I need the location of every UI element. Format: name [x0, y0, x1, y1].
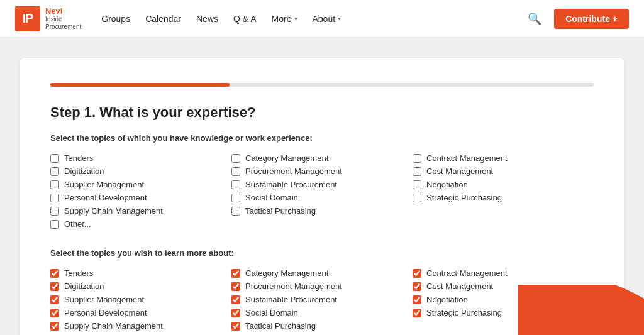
section1-col2: Category Management Procurement Manageme…: [231, 151, 413, 231]
nav-links: Groups Calendar News Q & A More ▾ About …: [101, 14, 525, 24]
list-item[interactable]: Negotiation: [413, 293, 594, 306]
nav-more[interactable]: More ▾: [272, 14, 297, 24]
list-item[interactable]: Personal Development: [50, 191, 231, 204]
list-item[interactable]: Supply Chain Management: [50, 204, 231, 217]
list-item[interactable]: Strategic Purchasing: [413, 191, 594, 204]
list-item[interactable]: Tenders: [50, 266, 231, 280]
section2-checkbox-grid: Tenders Digitization Supplier Management…: [50, 266, 594, 335]
progress-bar-fill: [50, 83, 230, 87]
section2-col3: Contract Management Cost Management Nego…: [413, 266, 594, 335]
list-item[interactable]: Procurement Management: [231, 165, 413, 178]
nav-about[interactable]: About ▾: [313, 14, 341, 24]
list-item[interactable]: Social Domain: [231, 191, 413, 204]
nav-news[interactable]: News: [196, 14, 218, 24]
list-item[interactable]: Tactical Purchasing: [231, 319, 413, 332]
list-item[interactable]: Procurement Management: [231, 280, 413, 293]
section2-col2: Category Management Procurement Manageme…: [231, 266, 413, 335]
section2-label: Select the topics you wish to learn more…: [50, 248, 594, 258]
list-item[interactable]: Digitization: [50, 165, 231, 178]
logo-text: Nevi Inside Procurement: [45, 6, 81, 31]
section1-col1: Tenders Digitization Supplier Management…: [50, 151, 231, 231]
main-content: Step 1. What is your expertise? Select t…: [0, 38, 644, 335]
logo[interactable]: IP Nevi Inside Procurement: [15, 6, 81, 31]
progress-bar-container: [50, 83, 594, 87]
logo-ip-badge: IP: [15, 6, 40, 31]
section1-col3: Contract Management Cost Management Nego…: [413, 151, 594, 231]
list-item[interactable]: Other...: [50, 217, 231, 231]
list-item[interactable]: Other...: [50, 332, 231, 335]
list-item[interactable]: Supply Chain Management: [50, 319, 231, 332]
list-item[interactable]: Supplier Management: [50, 178, 231, 191]
list-item[interactable]: Sustainable Procurement: [231, 293, 413, 306]
logo-procurement: Procurement: [45, 23, 81, 31]
section1-label: Select the topics of which you have know…: [50, 133, 594, 143]
chevron-down-icon: ▾: [294, 15, 297, 22]
list-item[interactable]: Tactical Purchasing: [231, 204, 413, 217]
contribute-button[interactable]: Contribute +: [554, 9, 629, 29]
logo-inside: Inside: [45, 16, 81, 23]
list-item[interactable]: Cost Management: [413, 165, 594, 178]
nav-calendar[interactable]: Calendar: [145, 14, 181, 24]
chevron-down-icon: ▾: [338, 15, 341, 22]
step-title: Step 1. What is your expertise?: [50, 104, 594, 121]
logo-nevi: Nevi: [45, 6, 81, 16]
list-item[interactable]: Category Management: [231, 151, 413, 165]
nav-groups[interactable]: Groups: [101, 14, 130, 24]
list-item[interactable]: Tenders: [50, 151, 231, 165]
navbar: IP Nevi Inside Procurement Groups Calend…: [0, 0, 644, 38]
list-item[interactable]: Digitization: [50, 280, 231, 293]
list-item[interactable]: Sustainable Procurement: [231, 178, 413, 191]
list-item[interactable]: Social Domain: [231, 306, 413, 319]
search-icon: 🔍: [528, 13, 541, 25]
list-item[interactable]: Supplier Management: [50, 293, 231, 306]
list-item[interactable]: Cost Management: [413, 280, 594, 293]
search-button[interactable]: 🔍: [525, 9, 544, 28]
list-item[interactable]: Contract Management: [413, 151, 594, 165]
nav-actions: 🔍 Contribute +: [525, 9, 629, 29]
section1-checkbox-grid: Tenders Digitization Supplier Management…: [50, 151, 594, 231]
section2-col1: Tenders Digitization Supplier Management…: [50, 266, 231, 335]
list-item[interactable]: Strategic Purchasing: [413, 306, 594, 319]
list-item[interactable]: Personal Development: [50, 306, 231, 319]
list-item[interactable]: Contract Management: [413, 266, 594, 280]
list-item[interactable]: Negotiation: [413, 178, 594, 191]
list-item[interactable]: Category Management: [231, 266, 413, 280]
nav-qa[interactable]: Q & A: [233, 14, 257, 24]
expertise-card: Step 1. What is your expertise? Select t…: [20, 58, 624, 335]
